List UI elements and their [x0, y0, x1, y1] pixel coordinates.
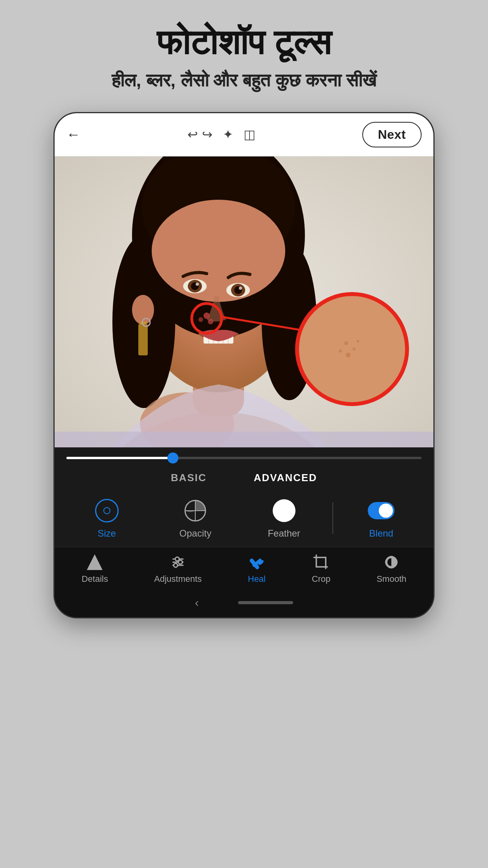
adjustments-icon	[169, 554, 187, 571]
controls-row: Size Opacity Feat	[55, 491, 433, 547]
control-feather: Feather	[240, 497, 328, 539]
opacity-label: Opacity	[180, 528, 211, 539]
size-dot-icon	[103, 507, 110, 514]
toggle-knob	[379, 504, 393, 518]
bottom-toolbar: Details Adjustments Heal	[55, 547, 433, 591]
photo-svg	[55, 156, 433, 447]
tool-smooth[interactable]: Smooth	[376, 554, 406, 584]
control-opacity: Opacity	[151, 497, 240, 539]
svg-point-34	[357, 340, 359, 342]
opacity-icon-wrap	[182, 497, 209, 524]
undo-icon[interactable]: ↩	[187, 127, 198, 142]
slider-thumb[interactable]	[167, 452, 178, 463]
slider-track[interactable]	[66, 457, 422, 459]
controls-divider	[332, 502, 333, 534]
crop-label: Crop	[312, 574, 330, 584]
blend-icon-wrap	[368, 497, 394, 524]
heal-icon	[248, 554, 265, 571]
tab-basic[interactable]: BASIC	[147, 468, 230, 488]
tool-crop[interactable]: Crop	[312, 554, 330, 584]
smooth-icon	[383, 554, 400, 571]
svg-point-10	[152, 200, 285, 302]
magic-icon[interactable]: ✦	[223, 127, 233, 142]
feather-circle-icon	[273, 499, 295, 522]
svg-point-32	[352, 348, 356, 351]
phone-shell: ← ↩ ↪ ✦ ◫ Next	[53, 112, 435, 618]
svg-point-14	[196, 283, 199, 286]
page-subtitle: हील, ब्लर, लैसो और बहुत कुछ करना सीखें	[88, 69, 400, 92]
slider-fill	[66, 457, 173, 459]
details-label: Details	[82, 574, 108, 584]
svg-rect-36	[55, 432, 433, 447]
feather-icon-wrap	[271, 497, 297, 524]
app-header: ← ↩ ↪ ✦ ◫ Next	[55, 113, 433, 156]
slider-area	[55, 447, 433, 462]
tool-heal[interactable]: Heal	[248, 554, 266, 584]
feather-inner-icon	[279, 505, 290, 516]
page-title: फोटोशॉप टूल्स	[157, 24, 331, 62]
compare-icon[interactable]: ◫	[244, 127, 255, 142]
svg-point-26	[208, 319, 213, 324]
svg-point-46	[174, 563, 178, 567]
svg-point-33	[346, 353, 350, 357]
blend-label: Blend	[369, 528, 393, 539]
tool-details[interactable]: Details	[82, 554, 108, 584]
tool-adjustments[interactable]: Adjustments	[154, 554, 202, 584]
svg-point-35	[339, 349, 342, 353]
tab-advanced[interactable]: ADVANCED	[230, 468, 341, 488]
size-icon-wrap	[94, 497, 120, 524]
back-icon[interactable]: ←	[66, 126, 81, 143]
control-size: Size	[62, 497, 151, 539]
svg-point-30	[297, 294, 407, 404]
heal-label: Heal	[248, 574, 266, 584]
svg-point-27	[198, 317, 203, 322]
smooth-label: Smooth	[376, 574, 406, 584]
svg-rect-50	[316, 557, 326, 567]
opacity-icon	[184, 499, 207, 522]
svg-point-18	[239, 287, 242, 290]
crop-icon	[312, 554, 330, 571]
svg-point-44	[178, 560, 182, 564]
nav-chevron-icon[interactable]: ‹	[195, 596, 199, 609]
header-center: ↩ ↪ ✦ ◫	[187, 127, 255, 142]
size-label: Size	[97, 528, 116, 539]
svg-point-31	[344, 341, 348, 345]
control-blend: Blend	[337, 497, 426, 539]
next-button[interactable]: Next	[362, 122, 422, 147]
svg-rect-22	[138, 324, 148, 355]
adjustments-label: Adjustments	[154, 574, 202, 584]
blend-toggle[interactable]	[368, 502, 394, 519]
header-left: ←	[66, 126, 81, 143]
photo-area	[55, 156, 433, 447]
phone-nav: ‹	[55, 591, 433, 617]
feather-label: Feather	[268, 528, 300, 539]
details-icon	[86, 554, 103, 571]
redo-icon[interactable]: ↪	[202, 127, 213, 142]
nav-home-indicator[interactable]	[238, 601, 293, 604]
mode-tabs: BASIC ADVANCED	[55, 462, 433, 491]
svg-marker-40	[87, 554, 103, 570]
svg-point-25	[204, 313, 210, 319]
size-circle-icon	[95, 499, 119, 522]
